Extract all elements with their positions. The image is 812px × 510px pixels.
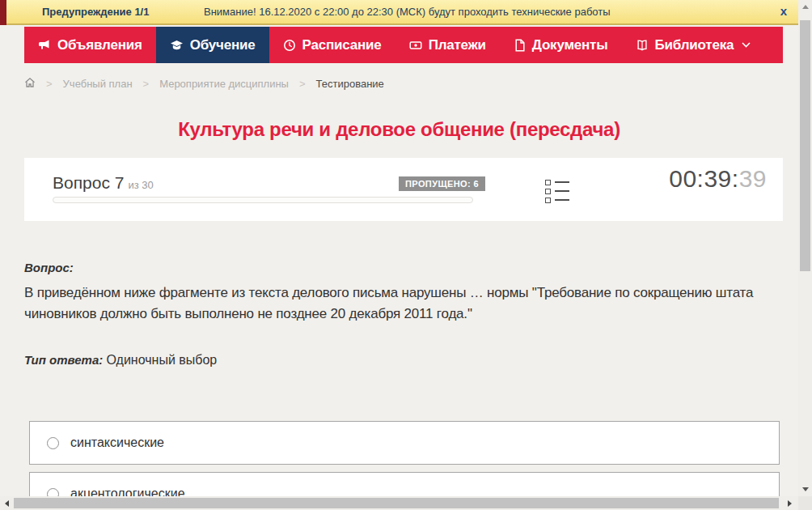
nav-item-announcements[interactable]: Объявления — [24, 27, 156, 63]
radio-button[interactable] — [47, 488, 59, 497]
arrow-left-icon — [5, 500, 9, 507]
page-title: Культура речи и деловое общение (пересда… — [0, 118, 798, 141]
warning-counter: Предупреждение 1/1 — [42, 6, 149, 18]
progress-bar — [53, 197, 473, 203]
breadcrumb-study-plan[interactable]: Учебный план — [63, 78, 133, 90]
horizontal-scrollbar[interactable] — [0, 496, 798, 510]
breadcrumb-separator: > — [46, 78, 53, 90]
warning-stripe — [0, 0, 6, 25]
answer-options: синтаксические акцентологические — [29, 421, 780, 496]
answer-option-label: акцентологические — [70, 487, 185, 496]
arrow-down-icon — [802, 487, 809, 491]
question-section: Вопрос: В приведённом ниже фрагменте из … — [24, 261, 786, 368]
answer-type-label: Тип ответа: — [24, 353, 103, 367]
nav-item-payments[interactable]: Платежи — [395, 27, 500, 63]
scroll-down-button[interactable] — [798, 482, 812, 496]
scroll-left-button[interactable] — [0, 496, 14, 510]
question-total: из 30 — [128, 179, 153, 191]
vertical-scrollbar-thumb[interactable] — [800, 20, 810, 271]
nav-item-label: Расписание — [302, 37, 382, 53]
document-icon — [514, 39, 526, 52]
nav-item-learning[interactable]: Обучение — [156, 27, 269, 63]
skipped-badge: ПРОПУЩЕНО: 6 — [399, 176, 485, 191]
timer-seconds: 39 — [739, 165, 767, 192]
nav-item-documents[interactable]: Документы — [500, 27, 622, 63]
scroll-up-button[interactable] — [798, 0, 812, 14]
answer-option-1[interactable]: синтаксические — [29, 421, 780, 465]
answer-type-row: Тип ответа: Одиночный выбор — [24, 353, 786, 368]
nav-item-label: Платежи — [429, 37, 486, 53]
answer-option-2[interactable]: акцентологические — [29, 472, 780, 496]
page-content: Предупреждение 1/1 Внимание! 16.12.2020 … — [0, 0, 798, 496]
breadcrumb-separator: > — [143, 78, 150, 90]
nav-item-label: Объявления — [57, 37, 142, 53]
megaphone-icon — [38, 39, 51, 52]
radio-button[interactable] — [47, 437, 59, 449]
answer-option-label: синтаксические — [70, 436, 164, 450]
timer: 00:39:39 — [669, 165, 767, 193]
nav-item-library[interactable]: Библиотека — [622, 27, 765, 63]
warning-message: Внимание! 16.12.2020 с 22:00 до 22:30 (М… — [204, 6, 611, 18]
nav-item-label: Обучение — [190, 37, 256, 53]
breadcrumb-separator: > — [299, 78, 306, 90]
breadcrumb: > Учебный план > Мероприятие дисциплины … — [24, 77, 384, 91]
warning-close-button[interactable]: x — [780, 4, 787, 18]
scrollbar-corner — [798, 496, 812, 510]
question-number-label: Вопрос 7 — [53, 173, 124, 192]
question-header-card: Вопрос 7из 30 ПРОПУЩЕНО: 6 00:39:39 — [24, 158, 783, 221]
horizontal-scrollbar-thumb[interactable] — [14, 498, 779, 508]
nav-item-schedule[interactable]: Расписание — [269, 27, 395, 63]
vertical-scrollbar[interactable] — [798, 0, 812, 496]
app-window: Предупреждение 1/1 Внимание! 16.12.2020 … — [0, 0, 812, 510]
answer-type-value: Одиночный выбор — [106, 353, 217, 367]
timer-hhmm: 00:39: — [669, 165, 738, 192]
arrow-right-icon — [788, 500, 792, 507]
question-text: В приведённом ниже фрагменте из текста д… — [24, 283, 786, 325]
question-label: Вопрос: — [24, 261, 786, 274]
breadcrumb-discipline-event[interactable]: Мероприятие дисциплины — [159, 78, 289, 90]
home-icon[interactable] — [24, 77, 36, 91]
scroll-right-button[interactable] — [783, 496, 797, 510]
book-icon — [636, 39, 649, 52]
question-list-icon[interactable] — [545, 179, 569, 206]
chevron-down-icon — [742, 42, 751, 48]
breadcrumb-testing: Тестирование — [316, 78, 384, 90]
clock-icon — [283, 39, 296, 52]
nav-item-label: Документы — [532, 37, 608, 53]
warning-banner: Предупреждение 1/1 Внимание! 16.12.2020 … — [0, 0, 798, 25]
nav-item-label: Библиотека — [655, 37, 734, 53]
arrow-up-icon — [802, 5, 809, 9]
graduation-cap-icon — [170, 39, 184, 52]
main-nav: Объявления Обучение Расписание Платежи — [24, 27, 783, 63]
question-number: Вопрос 7из 30 — [53, 173, 154, 193]
banknote-icon — [409, 39, 422, 52]
